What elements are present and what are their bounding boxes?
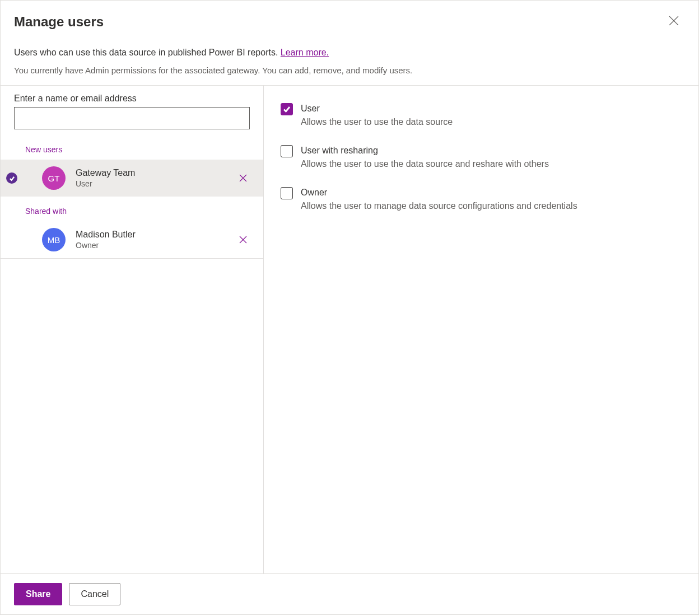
dialog-subdescription: You currently have Admin permissions for… bbox=[14, 66, 685, 75]
avatar: MB bbox=[42, 228, 66, 251]
checkmark-icon bbox=[283, 105, 291, 113]
users-panel: Enter a name or email address New users … bbox=[1, 86, 264, 573]
user-role: Owner bbox=[76, 240, 234, 250]
user-info: Madison Butler Owner bbox=[76, 229, 234, 251]
share-button[interactable]: Share bbox=[14, 583, 62, 605]
user-name: Madison Butler bbox=[76, 229, 234, 241]
close-icon bbox=[239, 174, 248, 183]
close-icon bbox=[239, 235, 248, 244]
remove-user-button[interactable] bbox=[234, 231, 252, 249]
manage-users-dialog: Manage users Users who can use this data… bbox=[0, 0, 699, 615]
description-text: Users who can use this data source in pu… bbox=[14, 48, 281, 57]
shared-with-section-label: Shared with bbox=[1, 197, 263, 221]
dialog-footer: Share Cancel bbox=[1, 573, 698, 614]
permission-owner-checkbox[interactable] bbox=[281, 187, 293, 199]
permission-label: Owner bbox=[301, 186, 682, 199]
cancel-button[interactable]: Cancel bbox=[69, 583, 120, 605]
permission-user: User Allows the user to use the data sou… bbox=[281, 102, 682, 129]
dialog-description: Users who can use this data source in pu… bbox=[14, 48, 685, 58]
permission-label: User bbox=[301, 102, 682, 115]
search-label: Enter a name or email address bbox=[14, 94, 250, 104]
user-role: User bbox=[76, 179, 234, 189]
close-button[interactable] bbox=[665, 12, 683, 30]
name-email-input[interactable] bbox=[14, 107, 250, 129]
remove-user-button[interactable] bbox=[234, 169, 252, 187]
avatar: GT bbox=[42, 166, 66, 190]
close-icon bbox=[669, 16, 679, 26]
search-area: Enter a name or email address bbox=[1, 86, 263, 135]
permissions-panel: User Allows the user to use the data sou… bbox=[264, 86, 698, 573]
new-users-section-label: New users bbox=[1, 135, 263, 160]
permission-description: Allows the user to use the data source bbox=[301, 116, 682, 128]
user-info: Gateway Team User bbox=[76, 167, 234, 189]
dialog-title: Manage users bbox=[14, 14, 685, 30]
dialog-body: Enter a name or email address New users … bbox=[1, 86, 698, 573]
dialog-header: Manage users Users who can use this data… bbox=[1, 1, 698, 86]
permission-user-resharing-checkbox[interactable] bbox=[281, 145, 293, 157]
permission-description: Allows the user to manage data source co… bbox=[301, 200, 682, 212]
user-row-madison-butler[interactable]: MB Madison Butler Owner bbox=[1, 221, 263, 258]
shared-with-list: MB Madison Butler Owner bbox=[1, 221, 263, 259]
user-name: Gateway Team bbox=[76, 167, 234, 179]
user-row-gateway-team[interactable]: GT Gateway Team User bbox=[1, 160, 263, 197]
selected-indicator bbox=[6, 172, 17, 184]
permission-label: User with resharing bbox=[301, 144, 682, 157]
permission-description: Allows the user to use the data source a… bbox=[301, 158, 682, 170]
learn-more-link[interactable]: Learn more. bbox=[281, 48, 329, 57]
permission-user-checkbox[interactable] bbox=[281, 103, 293, 115]
permission-owner: Owner Allows the user to manage data sou… bbox=[281, 186, 682, 213]
checkmark-icon bbox=[9, 175, 15, 181]
permission-user-resharing: User with resharing Allows the user to u… bbox=[281, 144, 682, 171]
